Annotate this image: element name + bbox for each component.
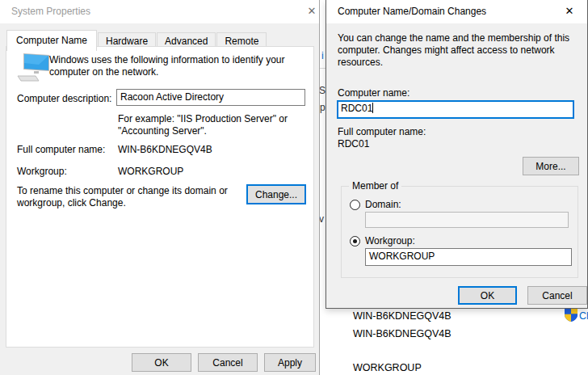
ok-button[interactable]: OK bbox=[132, 353, 191, 372]
computer-description-label: Computer description: bbox=[17, 93, 111, 104]
window-title: System Properties bbox=[11, 6, 90, 17]
domain-input bbox=[365, 212, 569, 228]
close-icon[interactable]: ✕ bbox=[559, 2, 580, 20]
computer-name-tab-page: Windows uses the following information t… bbox=[6, 46, 314, 348]
full-computer-name-label: Full computer name: bbox=[338, 126, 426, 137]
domain-radio-label: Domain: bbox=[365, 199, 401, 210]
titlebar: Computer Name/Domain Changes ✕ bbox=[326, 0, 587, 23]
background-text-fragment: p bbox=[320, 102, 326, 113]
dialog-intro-text: You can change the name and the membersh… bbox=[338, 32, 582, 69]
member-of-label: Member of bbox=[349, 180, 401, 192]
background-computer-name: WIN-B6KDNEGQV4B bbox=[353, 310, 452, 322]
workgroup-value: WORKGROUP bbox=[118, 166, 183, 177]
full-computer-name-value: RDC01 bbox=[338, 138, 369, 150]
computer-description-input[interactable]: Racoon Active Directory bbox=[116, 89, 305, 106]
domain-radio[interactable] bbox=[350, 200, 360, 210]
change-button[interactable]: Change... bbox=[246, 184, 306, 204]
cancel-button[interactable]: Cancel bbox=[198, 353, 258, 372]
computer-name-domain-changes-dialog: Computer Name/Domain Changes ✕ You can c… bbox=[326, 0, 588, 309]
text-cursor bbox=[372, 103, 373, 113]
full-computer-name-label: Full computer name: bbox=[17, 144, 105, 155]
tab-intro-text: Windows uses the following information t… bbox=[49, 54, 304, 78]
background-text-fragment: i bbox=[321, 50, 324, 61]
ok-button[interactable]: OK bbox=[458, 286, 517, 305]
window-title: Computer Name/Domain Changes bbox=[338, 6, 486, 17]
more-button[interactable]: More... bbox=[523, 157, 579, 175]
workgroup-label: Workgroup: bbox=[17, 166, 67, 177]
workgroup-input[interactable]: WORKGROUP bbox=[365, 248, 572, 266]
description-example-text: For example: "IIS Production Server" or … bbox=[118, 113, 305, 137]
titlebar: System Properties ✕ bbox=[0, 0, 319, 23]
apply-button[interactable]: Apply bbox=[264, 353, 316, 372]
computer-icon bbox=[16, 51, 53, 85]
cancel-button[interactable]: Cancel bbox=[527, 286, 587, 305]
rename-help-text: To rename this computer or change its do… bbox=[17, 185, 235, 209]
computer-name-input[interactable]: RDC01 bbox=[337, 100, 574, 119]
close-icon[interactable]: ✕ bbox=[301, 2, 322, 20]
computer-name-label: Computer name: bbox=[338, 87, 410, 99]
member-of-groupbox: Member of Domain: Workgroup: WORKGROUP bbox=[341, 186, 578, 278]
system-properties-dialog: System Properties ✕ Computer Name Hardwa… bbox=[0, 0, 320, 375]
background-workgroup: WORKGROUP bbox=[353, 362, 422, 373]
workgroup-radio[interactable] bbox=[350, 236, 360, 246]
workgroup-radio-label: Workgroup: bbox=[365, 235, 415, 246]
full-computer-name-value: WIN-B6KDNEGQV4B bbox=[118, 144, 212, 155]
background-computer-name: WIN-B6KDNEGQV4B bbox=[353, 328, 452, 339]
change-settings-link[interactable]: Change settings bbox=[579, 310, 588, 322]
tab-computer-name[interactable]: Computer Name bbox=[6, 30, 97, 51]
